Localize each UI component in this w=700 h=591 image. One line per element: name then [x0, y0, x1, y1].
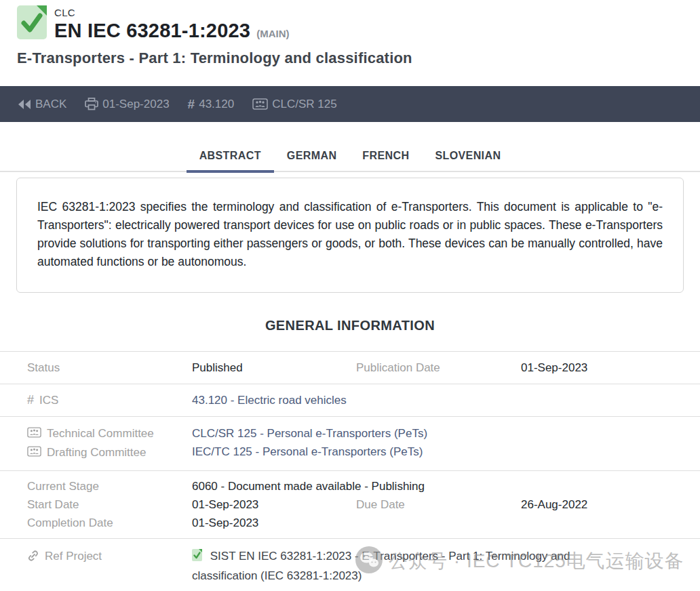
section-title: GENERAL INFORMATION [0, 318, 700, 333]
tab-german[interactable]: GERMAN [274, 144, 350, 171]
toolbar: BACK 01-Sep-2023 # 43.120 [0, 86, 700, 122]
start-date-value: 01-Sep-2023 [192, 495, 356, 514]
table-row-stage: Current Stage 6060 - Document made avail… [0, 470, 700, 538]
tab-slovenian[interactable]: SLOVENIAN [422, 144, 513, 171]
ics-label: # ICS [27, 391, 192, 409]
organization-label: CLC [54, 7, 75, 18]
due-date-label: Due Date [356, 495, 521, 514]
abstract-text: IEC 63281-1:2023 specifies the terminolo… [16, 178, 684, 293]
language-tabs: ABSTRACT GERMAN FRENCH SLOVENIAN [0, 144, 700, 172]
ref-project-label: Ref Project [27, 547, 192, 585]
completion-date-label: Completion Date [27, 514, 192, 532]
document-check-icon [17, 5, 47, 42]
status-label: Status [27, 359, 192, 377]
printer-icon [85, 98, 98, 110]
drafting-committee-label: Drafting Committee [27, 443, 192, 462]
status-value: Published [192, 359, 356, 377]
publication-date-value: 01-Sep-2023 [521, 359, 686, 377]
tab-abstract[interactable]: ABSTRACT [187, 144, 274, 171]
tab-french[interactable]: FRENCH [349, 144, 422, 171]
current-stage-value: 6060 - Document made available - Publish… [192, 477, 686, 495]
standard-detail-page: CLC EN IEC 63281-1:2023(MAIN) E-Transpor… [0, 0, 700, 591]
table-row-ics: # ICS 43.120 - Electric road vehicles [0, 384, 700, 416]
publication-date-label: Publication Date [356, 359, 521, 377]
ics-item: # 43.120 [188, 97, 235, 112]
back-button[interactable]: BACK [18, 98, 66, 111]
hash-icon: # [188, 97, 195, 112]
drafting-committee-link[interactable]: IEC/TC 125 - Personal e-Transporters (Pe… [192, 445, 423, 458]
due-date-value: 26-Aug-2022 [521, 495, 686, 514]
groups-icon [252, 98, 268, 110]
start-date-label: Start Date [27, 495, 192, 514]
standard-subtitle: E-Transporters - Part 1: Terminology and… [17, 49, 412, 67]
table-row-status: Status Published Publication Date 01-Sep… [0, 351, 700, 384]
technical-committee-link[interactable]: CLC/SR 125 - Personal e-Transporters (Pe… [192, 427, 427, 440]
rewind-icon [18, 100, 31, 109]
ics-link[interactable]: 43.120 - Electric road vehicles [192, 394, 347, 407]
table-row-ref-project: Ref Project SIST EN IEC 63281-1:2023 - E… [0, 538, 700, 591]
technical-committee-label: Technical Committee [27, 424, 192, 443]
completion-date-value: 01-Sep-2023 [192, 514, 686, 532]
committee-item: CLC/SR 125 [252, 98, 336, 111]
general-info-table: Status Published Publication Date 01-Sep… [0, 351, 700, 591]
publication-date-item: 01-Sep-2023 [85, 98, 169, 111]
groups-icon [27, 424, 41, 443]
hash-icon: # [27, 391, 34, 409]
ics-code: 43.120 [199, 98, 234, 111]
link-icon [27, 547, 39, 567]
committee-code: CLC/SR 125 [272, 98, 336, 111]
publication-date: 01-Sep-2023 [102, 98, 169, 111]
ref-project-link[interactable]: SIST EN IEC 63281-1:2023 - E-Transporter… [192, 547, 612, 585]
document-check-icon [192, 551, 206, 564]
main-badge: (MAIN) [256, 28, 289, 39]
table-row-committees: Technical Committee [0, 416, 700, 470]
back-label: BACK [35, 98, 66, 111]
page-title: EN IEC 63281-1:2023 [54, 20, 250, 41]
current-stage-label: Current Stage [27, 477, 192, 495]
groups-icon [27, 443, 41, 462]
